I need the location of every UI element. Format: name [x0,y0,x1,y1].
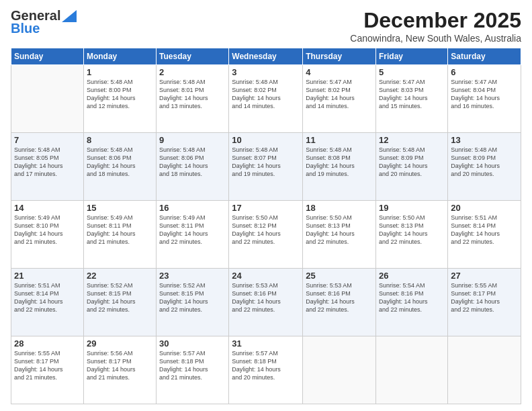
calendar-cell: 23Sunrise: 5:52 AM Sunset: 8:15 PM Dayli… [157,269,229,336]
svg-marker-0 [62,10,77,22]
calendar-cell: 18Sunrise: 5:50 AM Sunset: 8:13 PM Dayli… [303,201,376,269]
day-info: Sunrise: 5:51 AM Sunset: 8:14 PM Dayligh… [14,281,81,314]
day-number: 31 [232,338,300,349]
calendar-cell: 12Sunrise: 5:48 AM Sunset: 8:09 PM Dayli… [376,133,448,201]
day-number: 17 [232,203,300,213]
calendar-cell [11,65,84,133]
day-number: 20 [451,203,518,213]
calendar-header-wednesday: Wednesday [229,48,303,65]
calendar-cell: 1Sunrise: 5:48 AM Sunset: 8:00 PM Daylig… [83,65,156,133]
day-info: Sunrise: 5:55 AM Sunset: 8:17 PM Dayligh… [14,349,81,382]
day-number: 12 [379,135,445,145]
calendar-cell: 5Sunrise: 5:47 AM Sunset: 8:03 PM Daylig… [376,65,448,133]
calendar-header-tuesday: Tuesday [157,48,229,65]
day-number: 18 [306,203,373,213]
calendar-cell: 16Sunrise: 5:49 AM Sunset: 8:11 PM Dayli… [157,201,229,269]
calendar-cell: 9Sunrise: 5:48 AM Sunset: 8:06 PM Daylig… [157,133,229,201]
calendar-week-row: 28Sunrise: 5:55 AM Sunset: 8:17 PM Dayli… [11,336,521,404]
day-number: 5 [379,67,445,77]
logo-blue: Blue [11,21,40,36]
day-info: Sunrise: 5:53 AM Sunset: 8:16 PM Dayligh… [232,281,300,314]
calendar-header-monday: Monday [83,48,156,65]
calendar-header-sunday: Sunday [11,48,84,65]
calendar-cell: 4Sunrise: 5:47 AM Sunset: 8:02 PM Daylig… [303,65,376,133]
calendar-cell: 27Sunrise: 5:55 AM Sunset: 8:17 PM Dayli… [448,269,521,336]
calendar-cell: 17Sunrise: 5:50 AM Sunset: 8:12 PM Dayli… [229,201,303,269]
day-number: 10 [232,135,300,145]
day-number: 11 [306,135,373,145]
day-number: 15 [87,203,153,213]
day-info: Sunrise: 5:48 AM Sunset: 8:05 PM Dayligh… [14,146,81,179]
day-info: Sunrise: 5:51 AM Sunset: 8:14 PM Dayligh… [451,214,518,246]
calendar-header-row: SundayMondayTuesdayWednesdayThursdayFrid… [11,48,521,65]
day-info: Sunrise: 5:48 AM Sunset: 8:06 PM Dayligh… [87,146,153,179]
day-number: 9 [159,135,226,145]
day-number: 25 [306,271,373,281]
day-info: Sunrise: 5:52 AM Sunset: 8:15 PM Dayligh… [159,281,226,314]
page: General Blue December 2025 Canowindra, N… [0,0,532,411]
calendar-cell: 3Sunrise: 5:48 AM Sunset: 8:02 PM Daylig… [229,65,303,133]
day-info: Sunrise: 5:48 AM Sunset: 8:02 PM Dayligh… [232,78,300,111]
day-number: 7 [14,135,81,145]
day-info: Sunrise: 5:50 AM Sunset: 8:12 PM Dayligh… [232,214,300,246]
day-info: Sunrise: 5:57 AM Sunset: 8:18 PM Dayligh… [232,349,300,382]
day-number: 29 [87,338,153,349]
day-number: 21 [14,271,81,281]
day-info: Sunrise: 5:48 AM Sunset: 8:07 PM Dayligh… [232,146,300,179]
day-number: 22 [87,271,153,281]
day-number: 27 [451,271,518,281]
calendar-cell: 22Sunrise: 5:52 AM Sunset: 8:15 PM Dayli… [83,269,156,336]
calendar-week-row: 7Sunrise: 5:48 AM Sunset: 8:05 PM Daylig… [11,133,521,201]
calendar-cell [303,336,376,404]
day-info: Sunrise: 5:50 AM Sunset: 8:13 PM Dayligh… [306,214,373,246]
calendar-cell: 24Sunrise: 5:53 AM Sunset: 8:16 PM Dayli… [229,269,303,336]
day-info: Sunrise: 5:47 AM Sunset: 8:03 PM Dayligh… [379,78,445,111]
title-area: December 2025 Canowindra, New South Wale… [350,8,521,44]
day-number: 2 [159,67,226,77]
day-info: Sunrise: 5:48 AM Sunset: 8:01 PM Dayligh… [159,78,226,111]
day-info: Sunrise: 5:48 AM Sunset: 8:00 PM Dayligh… [87,78,153,111]
calendar-cell: 8Sunrise: 5:48 AM Sunset: 8:06 PM Daylig… [83,133,156,201]
calendar-week-row: 1Sunrise: 5:48 AM Sunset: 8:00 PM Daylig… [11,65,521,133]
calendar-cell: 29Sunrise: 5:56 AM Sunset: 8:17 PM Dayli… [83,336,156,404]
day-info: Sunrise: 5:47 AM Sunset: 8:04 PM Dayligh… [451,78,518,111]
day-info: Sunrise: 5:54 AM Sunset: 8:16 PM Dayligh… [379,281,445,314]
calendar-cell: 13Sunrise: 5:48 AM Sunset: 8:09 PM Dayli… [448,133,521,201]
day-info: Sunrise: 5:49 AM Sunset: 8:11 PM Dayligh… [159,214,226,246]
calendar-cell: 30Sunrise: 5:57 AM Sunset: 8:18 PM Dayli… [157,336,229,404]
calendar-cell: 19Sunrise: 5:50 AM Sunset: 8:13 PM Dayli… [376,201,448,269]
calendar-cell: 31Sunrise: 5:57 AM Sunset: 8:18 PM Dayli… [229,336,303,404]
day-info: Sunrise: 5:48 AM Sunset: 8:06 PM Dayligh… [159,146,226,179]
subtitle: Canowindra, New South Wales, Australia [350,33,521,44]
day-info: Sunrise: 5:49 AM Sunset: 8:10 PM Dayligh… [14,214,81,246]
day-info: Sunrise: 5:48 AM Sunset: 8:09 PM Dayligh… [379,146,445,179]
day-number: 30 [159,338,226,349]
day-number: 16 [159,203,226,213]
day-number: 8 [87,135,153,145]
main-title: December 2025 [350,8,521,33]
day-info: Sunrise: 5:49 AM Sunset: 8:11 PM Dayligh… [87,214,153,246]
calendar-week-row: 14Sunrise: 5:49 AM Sunset: 8:10 PM Dayli… [11,201,521,269]
calendar-table: SundayMondayTuesdayWednesdayThursdayFrid… [11,48,521,404]
day-number: 6 [451,67,518,77]
day-number: 28 [14,338,81,349]
calendar-cell: 20Sunrise: 5:51 AM Sunset: 8:14 PM Dayli… [448,201,521,269]
calendar-cell: 10Sunrise: 5:48 AM Sunset: 8:07 PM Dayli… [229,133,303,201]
header: General Blue December 2025 Canowindra, N… [11,8,521,44]
calendar-cell: 14Sunrise: 5:49 AM Sunset: 8:10 PM Dayli… [11,201,84,269]
day-info: Sunrise: 5:52 AM Sunset: 8:15 PM Dayligh… [87,281,153,314]
day-number: 3 [232,67,300,77]
calendar-cell: 11Sunrise: 5:48 AM Sunset: 8:08 PM Dayli… [303,133,376,201]
day-info: Sunrise: 5:57 AM Sunset: 8:18 PM Dayligh… [159,349,226,382]
day-info: Sunrise: 5:55 AM Sunset: 8:17 PM Dayligh… [451,281,518,314]
calendar-header-saturday: Saturday [448,48,521,65]
calendar-cell: 26Sunrise: 5:54 AM Sunset: 8:16 PM Dayli… [376,269,448,336]
calendar-week-row: 21Sunrise: 5:51 AM Sunset: 8:14 PM Dayli… [11,269,521,336]
calendar-header-thursday: Thursday [303,48,376,65]
logo: General Blue [11,8,77,36]
calendar-cell: 7Sunrise: 5:48 AM Sunset: 8:05 PM Daylig… [11,133,84,201]
day-info: Sunrise: 5:53 AM Sunset: 8:16 PM Dayligh… [306,281,373,314]
day-number: 23 [159,271,226,281]
day-number: 26 [379,271,445,281]
day-info: Sunrise: 5:50 AM Sunset: 8:13 PM Dayligh… [379,214,445,246]
